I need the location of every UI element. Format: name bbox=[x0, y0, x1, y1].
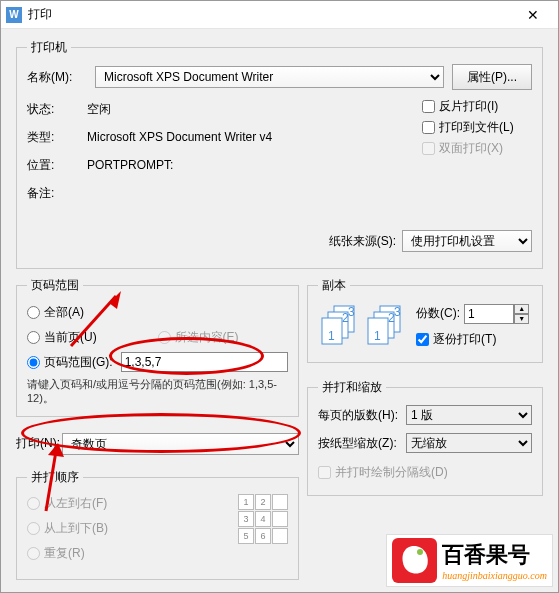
scale-select[interactable]: 无缩放 bbox=[406, 433, 532, 453]
order-legend: 并打顺序 bbox=[27, 469, 83, 486]
range-selected-radio bbox=[158, 331, 171, 344]
collate-label: 逐份打印(T) bbox=[433, 331, 496, 348]
order-ltr-radio bbox=[27, 497, 40, 510]
copies-count-input[interactable] bbox=[464, 304, 514, 324]
mirror-checkbox[interactable] bbox=[422, 100, 435, 113]
per-page-select[interactable]: 1 版 bbox=[406, 405, 532, 425]
copies-legend: 副本 bbox=[318, 277, 350, 294]
where-label: 位置: bbox=[27, 157, 87, 174]
copies-group: 副本 3 2 1 3 2 1 bbox=[307, 277, 543, 363]
comment-label: 备注: bbox=[27, 185, 87, 202]
status-label: 状态: bbox=[27, 101, 87, 118]
copies-down-button[interactable]: ▼ bbox=[514, 314, 529, 324]
drawline-checkbox bbox=[318, 466, 331, 479]
drawline-label: 并打时绘制分隔线(D) bbox=[335, 464, 448, 481]
range-current-label: 当前页(U) bbox=[44, 329, 97, 346]
watermark-logo-icon bbox=[392, 538, 437, 583]
printer-group: 打印机 名称(M): Microsoft XPS Document Writer… bbox=[16, 39, 543, 269]
tofile-label: 打印到文件(L) bbox=[439, 119, 514, 136]
duplex-label: 双面打印(X) bbox=[439, 140, 503, 157]
range-all-label: 全部(A) bbox=[44, 304, 84, 321]
scale-group: 并打和缩放 每页的版数(H):1 版 按纸型缩放(Z):无缩放 并打时绘制分隔线… bbox=[307, 379, 543, 496]
range-pages-label: 页码范围(G): bbox=[44, 354, 113, 371]
status-value: 空闲 bbox=[87, 101, 111, 118]
type-label: 类型: bbox=[27, 129, 87, 146]
print-order-group: 并打顺序 从左到右(F) 从上到下(B) 重复(R) 123456 bbox=[16, 469, 299, 580]
svg-text:1: 1 bbox=[374, 329, 381, 343]
properties-button[interactable]: 属性(P)... bbox=[452, 64, 532, 90]
window-title: 打印 bbox=[28, 6, 513, 23]
order-ttb-radio bbox=[27, 522, 40, 535]
copies-up-button[interactable]: ▲ bbox=[514, 304, 529, 314]
printer-legend: 打印机 bbox=[27, 39, 71, 56]
svg-text:3: 3 bbox=[394, 305, 401, 319]
duplex-checkbox bbox=[422, 142, 435, 155]
printer-name-label: 名称(M): bbox=[27, 69, 87, 86]
range-hint: 请键入页码和/或用逗号分隔的页码范围(例如: 1,3,5-12)。 bbox=[27, 377, 288, 406]
paper-source-select[interactable]: 使用打印机设置 bbox=[402, 230, 532, 252]
range-current-radio[interactable] bbox=[27, 331, 40, 344]
range-selected-label: 所选内容(E) bbox=[175, 329, 239, 346]
svg-text:2: 2 bbox=[342, 311, 349, 325]
paper-source-label: 纸张来源(S): bbox=[329, 233, 396, 250]
svg-point-16 bbox=[417, 549, 423, 555]
printer-name-select[interactable]: Microsoft XPS Document Writer bbox=[95, 66, 444, 88]
watermark: 百香果号 huangjinbaixiangguo.com bbox=[386, 534, 553, 587]
copies-count-label: 份数(C): bbox=[416, 305, 460, 322]
page-range-group: 页码范围 全部(A) 当前页(U) 所选内容(E) 页码范围(G): 请键入页码… bbox=[16, 277, 299, 417]
tofile-checkbox[interactable] bbox=[422, 121, 435, 134]
where-value: PORTPROMPT: bbox=[87, 158, 173, 172]
svg-text:1: 1 bbox=[328, 329, 335, 343]
type-value: Microsoft XPS Document Writer v4 bbox=[87, 130, 272, 144]
order-repeat-label: 重复(R) bbox=[44, 545, 85, 562]
scale-legend: 并打和缩放 bbox=[318, 379, 386, 396]
range-legend: 页码范围 bbox=[27, 277, 83, 294]
print-what-select[interactable]: 奇数页 bbox=[62, 433, 299, 455]
close-icon[interactable]: ✕ bbox=[513, 7, 553, 23]
order-repeat-radio bbox=[27, 547, 40, 560]
mirror-label: 反片打印(I) bbox=[439, 98, 498, 115]
order-preview-icon: 123456 bbox=[238, 494, 288, 569]
collate-checkbox[interactable] bbox=[416, 333, 429, 346]
collate-icon: 3 2 1 3 2 1 bbox=[318, 302, 408, 352]
app-icon: W bbox=[6, 7, 22, 23]
order-ttb-label: 从上到下(B) bbox=[44, 520, 108, 537]
order-ltr-label: 从左到右(F) bbox=[44, 495, 107, 512]
watermark-sub: huangjinbaixiangguo.com bbox=[442, 570, 547, 581]
range-all-radio[interactable] bbox=[27, 306, 40, 319]
per-page-label: 每页的版数(H): bbox=[318, 407, 406, 424]
print-what-label: 打印(N): bbox=[16, 435, 62, 452]
watermark-text: 百香果号 bbox=[442, 540, 547, 570]
range-pages-radio[interactable] bbox=[27, 356, 40, 369]
range-pages-input[interactable] bbox=[121, 352, 288, 372]
svg-text:3: 3 bbox=[348, 305, 355, 319]
titlebar: W 打印 ✕ bbox=[1, 1, 558, 29]
svg-text:2: 2 bbox=[388, 311, 395, 325]
scale-label: 按纸型缩放(Z): bbox=[318, 435, 406, 452]
print-dialog: W 打印 ✕ 打印机 名称(M): Microsoft XPS Document… bbox=[0, 0, 559, 593]
